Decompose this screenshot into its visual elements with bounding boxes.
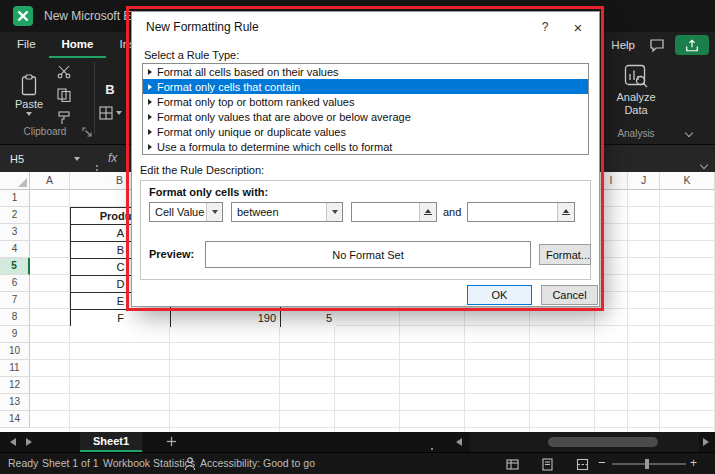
cancel-button[interactable]: Cancel [541, 285, 598, 305]
copy-button[interactable] [54, 87, 74, 103]
normal-view-button[interactable] [504, 457, 520, 471]
rule-description-group: Format only cells with: Cell Value betwe… [140, 180, 591, 280]
cell-B8[interactable]: F [71, 310, 171, 327]
column-header-k[interactable]: K [660, 172, 715, 190]
row-header-9[interactable]: 9 [0, 326, 30, 343]
sheet-nav-left-icon[interactable] [10, 438, 16, 446]
gridline [30, 342, 715, 343]
borders-button[interactable] [99, 106, 122, 120]
collapse-dialog-icon[interactable] [419, 203, 436, 221]
collapse-dialog-icon[interactable] [557, 203, 574, 221]
operator-dropdown[interactable]: between [231, 202, 343, 222]
condition-row: Cell Value between and [149, 202, 583, 222]
tab-help[interactable]: Help [607, 39, 639, 51]
rule-arrow-icon [148, 144, 152, 150]
ribbon-collapse-chevron-icon[interactable] [686, 122, 692, 140]
rule-arrow-icon [148, 99, 152, 105]
tab-file[interactable]: File [4, 32, 49, 58]
separator-dots-icon [96, 153, 98, 171]
scrollbar-thumb[interactable] [548, 437, 658, 447]
row-header-2[interactable]: 2 [0, 207, 30, 224]
chevron-down-icon [116, 111, 122, 115]
accessibility-status[interactable]: Accessibility: Good to go [200, 453, 315, 474]
bold-button[interactable]: B [100, 80, 120, 100]
row-header-3[interactable]: 3 [0, 224, 30, 241]
sheet-nav-right-icon[interactable] [26, 438, 32, 446]
row-header-1[interactable]: 1 [0, 190, 30, 207]
page-break-view-button[interactable] [574, 457, 590, 471]
scroll-left-icon[interactable] [456, 438, 462, 446]
rule-option-5[interactable]: Format only unique or duplicate values [143, 124, 588, 139]
rule-option-3[interactable]: Format only top or bottom ranked values [143, 94, 588, 109]
row-header-12[interactable]: 12 [0, 377, 30, 394]
insert-function-button[interactable]: fx [108, 145, 117, 172]
row-header-6[interactable]: 6 [0, 275, 30, 292]
rule-option-4[interactable]: Format only values that are above or bel… [143, 109, 588, 124]
max-value-field[interactable] [468, 203, 557, 221]
operator-dropdown-value: between [232, 206, 326, 218]
gridline [30, 359, 715, 360]
format-painter-button[interactable] [54, 110, 74, 126]
dialog-title: New Formatting Rule [146, 12, 259, 42]
zoom-slider-thumb[interactable] [645, 459, 649, 469]
format-button[interactable]: Format... [539, 244, 591, 265]
scroll-right-icon[interactable] [703, 438, 709, 446]
group-separator [94, 62, 95, 134]
select-rule-type-label: Select a Rule Type: [144, 49, 239, 61]
gridline [30, 427, 715, 428]
row-header-4[interactable]: 4 [0, 241, 30, 258]
min-value-field[interactable] [352, 203, 419, 221]
column-header-j[interactable]: J [628, 172, 660, 190]
cell-C8[interactable]: 190 [171, 310, 281, 327]
zoom-out-button[interactable]: − [598, 453, 606, 473]
cell-D8[interactable]: 5 [281, 310, 336, 327]
clipboard-icon [20, 74, 38, 96]
sheet-tab-sheet1[interactable]: Sheet1 [80, 432, 142, 452]
dialog-help-button[interactable]: ? [531, 13, 559, 41]
analyze-data-button[interactable]: Analyze Data [604, 61, 668, 127]
format-only-label: Format only cells with: [149, 186, 268, 198]
add-sheet-button[interactable] [166, 436, 177, 447]
row-header-14[interactable]: 14 [0, 411, 30, 428]
dialog-close-button[interactable]: × [562, 13, 594, 41]
row-header-11[interactable]: 11 [0, 360, 30, 377]
accessibility-icon [184, 457, 196, 471]
format-preview: No Format Set [205, 241, 531, 268]
rule-option-label: Format only top or bottom ranked values [157, 96, 354, 108]
workbook-statistics-button[interactable]: Workbook Statistics [103, 453, 195, 474]
tab-home[interactable]: Home [49, 32, 107, 58]
clipboard-group-label: Clipboard [0, 126, 90, 137]
column-header-a[interactable]: A [30, 172, 70, 190]
cut-button[interactable] [54, 64, 74, 80]
rule-option-1[interactable]: Format all cells based on their values [143, 64, 588, 79]
sheet-count[interactable]: Sheet 1 of 1 [42, 453, 99, 474]
formula-bar-expand-icon[interactable] [701, 154, 707, 172]
chevron-down-icon [326, 203, 342, 221]
row-header-7[interactable]: 7 [0, 292, 30, 309]
zoom-slider[interactable] [612, 463, 686, 465]
gridline [30, 410, 715, 411]
row-header-13[interactable]: 13 [0, 394, 30, 411]
row-header-10[interactable]: 10 [0, 343, 30, 360]
row-header-5[interactable]: 5 [0, 258, 30, 275]
share-button[interactable] [675, 35, 709, 55]
cell-value-dropdown[interactable]: Cell Value [149, 202, 223, 222]
zoom-in-button[interactable]: + [690, 453, 697, 473]
select-all-corner[interactable] [0, 172, 30, 190]
clipboard-dialog-launcher[interactable] [82, 127, 92, 137]
ok-button[interactable]: OK [467, 285, 532, 305]
max-value-input [467, 202, 575, 222]
name-box[interactable]: H5 [0, 147, 88, 170]
preview-label: Preview: [149, 248, 194, 260]
paste-label: Paste [15, 98, 43, 110]
sheet-tab-bar: Sheet1 [0, 432, 715, 452]
paste-button[interactable]: Paste [8, 62, 50, 128]
rule-option-6[interactable]: Use a formula to determine which cells t… [143, 139, 588, 154]
horizontal-scrollbar[interactable] [470, 432, 699, 452]
rule-option-2[interactable]: Format only cells that contain [143, 79, 588, 94]
page-layout-view-button[interactable] [539, 457, 555, 471]
comments-icon[interactable] [649, 38, 665, 53]
new-formatting-rule-dialog: New Formatting Rule ? × Select a Rule Ty… [131, 11, 600, 307]
row-header-8[interactable]: 8 [0, 309, 30, 326]
excel-window: New Microsoft Excel FileHomeInsert Help … [0, 0, 715, 474]
